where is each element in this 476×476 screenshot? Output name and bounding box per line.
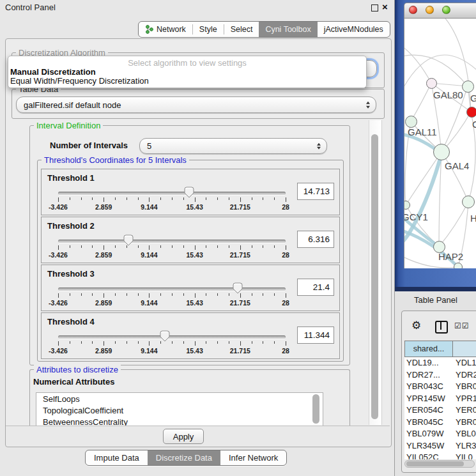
threshold-1-value-field[interactable]: 14.713	[297, 183, 334, 200]
tick-mark	[183, 293, 184, 296]
cell-name[interactable]: YDL1	[453, 358, 476, 370]
tab-style[interactable]: Style	[193, 22, 224, 37]
slider-track[interactable]	[58, 240, 286, 243]
tab-network[interactable]: Network	[139, 22, 192, 37]
cell-shared-name[interactable]: YLR345W	[404, 441, 453, 453]
numerical-attributes-list[interactable]: SelfLoopsTopologicalCoefficientBetweenne…	[36, 392, 323, 427]
tick-mark	[274, 245, 275, 248]
table-row[interactable]: YBR045CYBR0	[404, 417, 476, 429]
slider-thumb[interactable]	[123, 234, 134, 246]
slider-track[interactable]	[58, 288, 286, 291]
cell-name[interactable]: YBR0	[453, 417, 476, 429]
table-row[interactable]: YER054CYER0	[404, 405, 476, 417]
mac-close-icon[interactable]	[409, 6, 417, 14]
threshold-4-slider[interactable]: -3.4262.8599.14415.4321.71528	[58, 332, 286, 355]
float-window-icon[interactable]	[371, 4, 378, 12]
threshold-2-value-field[interactable]: 6.316	[297, 231, 334, 248]
tick-mark	[274, 293, 275, 296]
threshold-1-panel: Threshold 1 -3.4262.8599.14415.4321.7152…	[41, 169, 340, 215]
tab-jactivemnodules[interactable]: jActiveMNodules	[318, 22, 390, 37]
cell-name[interactable]: YBL0	[453, 429, 476, 441]
tick-mark	[195, 293, 196, 298]
slider-thumb[interactable]	[233, 282, 243, 294]
cell-shared-name[interactable]: YBR045C	[404, 417, 453, 429]
table-row[interactable]: YLR345WYLR3	[404, 441, 476, 453]
cell-shared-name[interactable]: YER054C	[404, 405, 453, 417]
cell-name[interactable]: YPR1	[453, 394, 476, 406]
close-icon[interactable]: ×	[382, 1, 388, 12]
column-header-shared-name[interactable]: shared...	[404, 341, 453, 357]
tick-mark	[229, 293, 229, 296]
checkbox-filter-icons[interactable]: ☑☑	[454, 321, 470, 330]
cell-name[interactable]: YDR2	[453, 370, 476, 382]
tab-cyni-toolbox[interactable]: Cyni Toolbox	[259, 22, 317, 37]
network-node[interactable]	[405, 116, 417, 128]
attributes-list-scrollbar[interactable]	[312, 394, 319, 424]
attribute-item[interactable]: TopologicalCoefficient	[36, 404, 323, 416]
cell-shared-name[interactable]: YDL19...	[404, 358, 453, 370]
tick-mark	[172, 293, 173, 296]
cell-shared-name[interactable]: YBL079W	[404, 429, 453, 441]
network-node[interactable]	[426, 78, 437, 89]
mac-minimize-icon[interactable]	[426, 6, 434, 14]
slider-thumb[interactable]	[184, 187, 194, 198]
tick-label: 2.859	[95, 299, 112, 307]
cell-shared-name[interactable]: YIL052C	[404, 452, 453, 459]
tab-impute-data[interactable]: Impute Data	[86, 450, 148, 465]
threshold-2-slider[interactable]: -3.4262.8599.14415.4321.71528	[58, 236, 286, 259]
cell-name[interactable]: YIL0	[453, 452, 476, 459]
network-node[interactable]	[433, 144, 450, 160]
network-node[interactable]	[466, 107, 476, 118]
dropdown-option-manual-discretization[interactable]: Manual Discretization	[10, 67, 96, 77]
table-hscrollbar-thumb[interactable]	[406, 461, 464, 466]
mac-zoom-icon[interactable]	[442, 6, 450, 14]
table-row[interactable]: YDR27...YDR2	[404, 370, 476, 382]
network-view-canvas[interactable]: GAL80GACGAL11GAL4GCY1HHAP2	[404, 19, 476, 268]
attributes-group-title: Attributes to discretize	[34, 365, 121, 374]
column-header-name[interactable]: n	[453, 341, 476, 357]
column-layout-icon[interactable]	[435, 321, 448, 334]
cell-shared-name[interactable]: YPR145W	[404, 394, 453, 406]
tab-select[interactable]: Select	[224, 22, 259, 37]
dropdown-option-equal-width-frequency[interactable]: Equal Width/Frequency Discretization	[10, 76, 149, 86]
tab-discretize-data[interactable]: Discretize Data	[148, 450, 220, 465]
tab-infer-network[interactable]: Infer Network	[220, 450, 286, 465]
node-attribute-table[interactable]: shared... n YDL19...YDL1YDR27...YDR2YBR0…	[404, 341, 476, 459]
table-row[interactable]: YBL079WYBL0	[404, 429, 476, 441]
gear-icon[interactable]: ⚙	[411, 319, 421, 332]
slider-track[interactable]	[58, 335, 286, 339]
tick-mark	[138, 293, 139, 296]
threshold-3-value-field[interactable]: 21.4	[297, 279, 334, 296]
number-of-intervals-combobox[interactable]: 5	[139, 138, 327, 154]
network-node[interactable]	[462, 81, 474, 93]
tick-mark	[252, 245, 252, 248]
cell-name[interactable]: YER0	[453, 405, 476, 417]
attribute-item[interactable]: SelfLoops	[36, 393, 323, 404]
node-label: GAL80	[433, 89, 463, 100]
cell-name[interactable]: YLR3	[453, 441, 476, 453]
table-row[interactable]: YDL19...YDL1	[404, 358, 476, 370]
cell-shared-name[interactable]: YBR043C	[404, 381, 453, 394]
cell-shared-name[interactable]: YDR27...	[404, 370, 453, 382]
table-row[interactable]: YIL052CYIL0	[404, 452, 476, 459]
apply-button[interactable]: Apply	[163, 429, 204, 444]
network-node[interactable]	[462, 196, 475, 208]
table-row[interactable]: YPR145WYPR1	[404, 394, 476, 406]
network-node[interactable]	[454, 263, 463, 268]
tick-mark	[183, 341, 184, 344]
tick-label: 28	[282, 347, 289, 355]
frame-bottom-edge	[395, 287, 476, 291]
cell-name[interactable]: YBR0	[453, 381, 476, 394]
panel-scrollbar-thumb[interactable]	[371, 134, 378, 419]
threshold-4-value-field[interactable]: 11.344	[297, 326, 334, 344]
tick-mark	[229, 197, 229, 200]
table-data-combobox[interactable]: galFiltered.sif default node	[16, 96, 376, 113]
tick-label: 15.43	[186, 203, 203, 211]
table-row[interactable]: YBR043CYBR0	[404, 381, 476, 394]
tick-label: 9.144	[141, 347, 157, 355]
threshold-3-slider[interactable]: -3.4262.8599.14415.4321.71528	[58, 284, 286, 307]
slider-track[interactable]	[58, 192, 286, 195]
threshold-1-slider[interactable]: -3.4262.8599.14415.4321.71528	[58, 188, 286, 211]
slider-thumb[interactable]	[160, 330, 170, 342]
tick-mark	[58, 197, 59, 202]
